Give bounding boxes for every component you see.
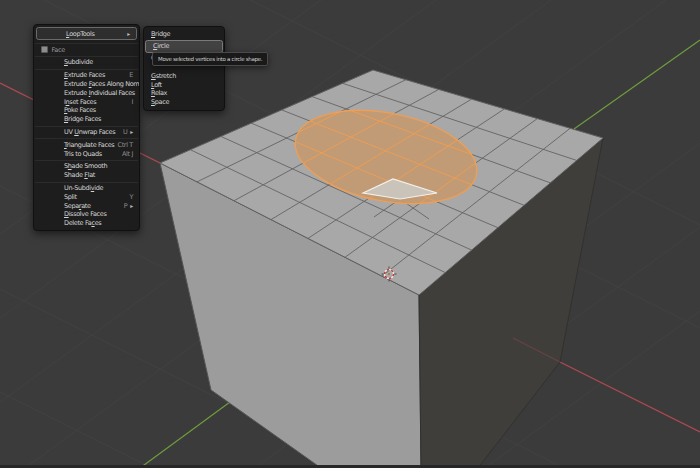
menu-item-inset-faces[interactable]: Inset FacesI: [34, 97, 139, 106]
submenu-arrow-icon: [130, 128, 133, 135]
menu-separator: [34, 124, 139, 128]
menu-separator: [34, 136, 139, 140]
menu-item-extrude-faces[interactable]: Extrude FacesE: [34, 71, 139, 80]
menu-item-label: Space: [151, 98, 169, 106]
menu-item-tris-to-quads[interactable]: Tris to QuadsAlt J: [34, 149, 139, 158]
menu-item-bridge[interactable]: Bridge: [144, 30, 224, 39]
menu-item-shortcut: U: [123, 128, 127, 136]
menu-item-extrude-faces-along-normals[interactable]: Extrude Faces Along Normals: [34, 80, 139, 89]
menu-item-circle[interactable]: Circle: [145, 40, 223, 53]
menu-item-shade-flat[interactable]: Shade Flat: [34, 171, 139, 180]
menu-item-label: Extrude Individual Faces: [64, 89, 135, 97]
menu-item-looptools[interactable]: LoopTools: [36, 27, 137, 40]
menu-item-label: Face: [52, 46, 65, 54]
menu-item-un-subdivide[interactable]: Un-Subdivide: [34, 184, 139, 193]
menu-section-label-face: Face: [34, 45, 139, 54]
menu-item-label: Relax: [151, 89, 167, 97]
menu-item-poke-faces[interactable]: Poke Faces: [34, 106, 139, 115]
menu-item-relax[interactable]: Relax: [144, 89, 224, 98]
menu-item-label: Extrude Faces Along Normals: [64, 80, 139, 88]
menu-item-bridge-faces[interactable]: Bridge Faces: [34, 115, 139, 124]
blender-3d-viewport: LoopToolsFaceSubdivideExtrude FacesEExtr…: [0, 0, 700, 468]
menu-separator: [34, 158, 139, 162]
menu-item-shortcut: Ctrl T: [117, 141, 133, 149]
menu-item-shade-smooth[interactable]: Shade Smooth: [34, 162, 139, 171]
menu-item-delete-faces[interactable]: Delete Faces: [34, 219, 139, 228]
menu-item-space[interactable]: Space: [144, 98, 224, 107]
menu-item-label: Gstretch: [151, 72, 176, 80]
menu-item-shortcut: P: [124, 202, 128, 210]
looptools-submenu: BridgeCircleCurveGstretchLoftRelaxSpace: [143, 26, 225, 111]
menu-item-label: Shade Flat: [64, 171, 95, 179]
menu-item-label: Shade Smooth: [64, 162, 107, 170]
menu-item-label: UV Unwrap Faces: [64, 128, 115, 136]
menu-item-split[interactable]: SplitY: [34, 192, 139, 201]
menu-item-gstretch[interactable]: Gstretch: [144, 71, 224, 80]
submenu-arrow-icon: [130, 202, 133, 209]
menu-item-label: Inset Faces: [64, 98, 96, 106]
menu-item-label: Bridge: [151, 30, 170, 38]
menu-item-label: Poke Faces: [64, 106, 96, 114]
menu-item-label: Split: [64, 193, 77, 201]
submenu-arrow-icon: [127, 30, 130, 37]
menu-separator: [34, 41, 139, 45]
menu-separator: [34, 180, 139, 184]
menu-item-shortcut: I: [131, 98, 133, 106]
menu-item-uv-unwrap-faces[interactable]: UV Unwrap FacesU: [34, 128, 139, 137]
menu-item-shortcut: E: [129, 71, 133, 79]
menu-item-label: Circle: [153, 42, 169, 50]
menu-item-label: LoopTools: [66, 30, 94, 38]
face-context-menu: LoopToolsFaceSubdivideExtrude FacesEExtr…: [33, 24, 140, 231]
menu-item-label: Delete Faces: [64, 219, 101, 227]
menu-item-label: Triangulate Faces: [64, 141, 114, 149]
face-icon: [41, 46, 48, 53]
menu-item-label: Dissolve Faces: [64, 210, 106, 218]
menu-item-shortcut: Y: [129, 193, 133, 201]
menu-item-loft[interactable]: Loft: [144, 80, 224, 89]
menu-item-label: Extrude Faces: [64, 71, 105, 79]
menu-item-label: Un-Subdivide: [64, 184, 103, 192]
tooltip: Move selected vertices into a circle sha…: [152, 52, 268, 66]
menu-item-triangulate-faces[interactable]: Triangulate FacesCtrl T: [34, 140, 139, 149]
menu-separator: [34, 67, 139, 71]
menu-item-dissolve-faces[interactable]: Dissolve Faces: [34, 210, 139, 219]
menu-item-subdivide[interactable]: Subdivide: [34, 58, 139, 67]
menu-item-shortcut: Alt J: [122, 150, 133, 158]
menu-item-label: Tris to Quads: [64, 150, 102, 158]
menu-item-separate[interactable]: SeparateP: [34, 201, 139, 210]
menu-item-label: Bridge Faces: [64, 115, 101, 123]
menu-item-label: Loft: [151, 81, 162, 89]
menu-separator: [34, 54, 139, 58]
menu-item-label: Subdivide: [64, 58, 93, 66]
menu-item-extrude-individual-faces[interactable]: Extrude Individual Faces: [34, 88, 139, 97]
menu-item-label: Separate: [64, 202, 91, 210]
